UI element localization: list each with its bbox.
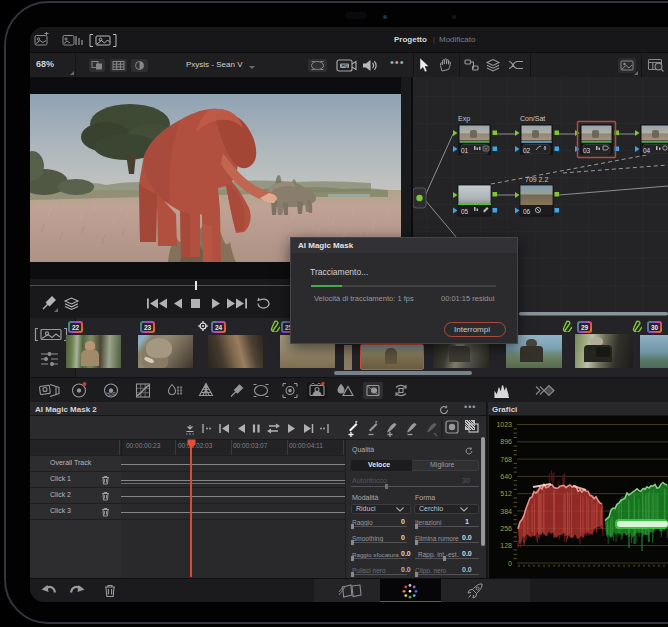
svg-text:Exp: Exp <box>458 115 470 123</box>
svg-text:256: 256 <box>500 525 512 532</box>
svg-text:02: 02 <box>523 147 531 154</box>
svg-text:512: 512 <box>500 490 512 497</box>
svg-text:896: 896 <box>500 438 512 445</box>
svg-text:HDR: HDR <box>106 392 116 397</box>
svg-text:640: 640 <box>500 473 512 480</box>
svg-text:01: 01 <box>461 147 469 154</box>
svg-text:0: 0 <box>508 560 512 567</box>
svg-text:Con/Sat: Con/Sat <box>520 115 545 122</box>
svg-text:128: 128 <box>500 542 512 549</box>
svg-text:1023: 1023 <box>496 421 512 428</box>
svg-text:709 2.2: 709 2.2 <box>525 176 548 183</box>
svg-text:04: 04 <box>643 147 651 154</box>
svg-text:05: 05 <box>461 208 469 215</box>
svg-text:HQ: HQ <box>342 63 348 68</box>
svg-text:768: 768 <box>500 456 512 463</box>
svg-text:384: 384 <box>500 508 512 515</box>
svg-text:03: 03 <box>583 147 591 154</box>
svg-text:06: 06 <box>523 208 531 215</box>
